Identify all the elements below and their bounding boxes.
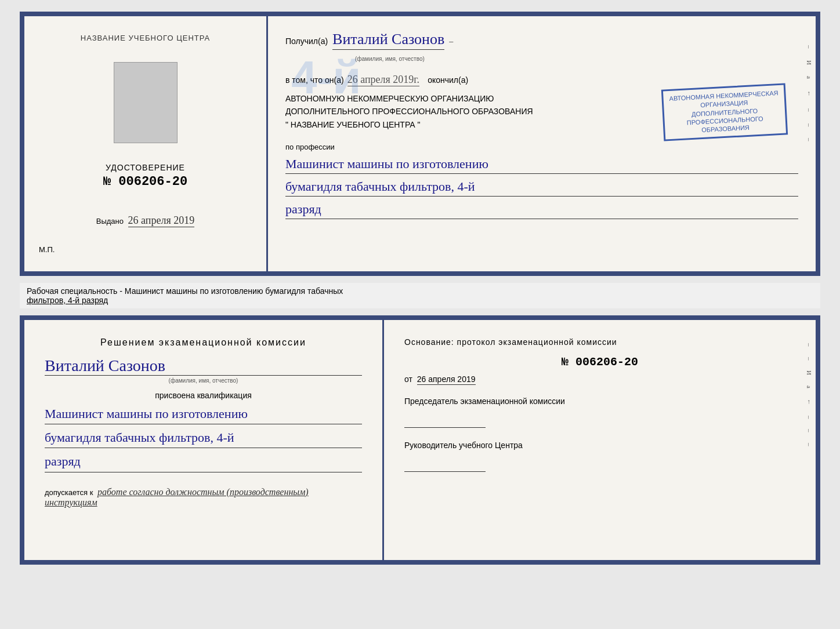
dopuskaetsya-label: допускается к	[45, 488, 93, 497]
b-edge-4: а	[806, 386, 813, 388]
bottom-prof3: разряд	[45, 451, 362, 472]
dash1: –	[449, 37, 453, 46]
b-edge-6: –	[806, 416, 813, 419]
bottom-prof1: Машинист машины по изготовлению	[45, 403, 362, 424]
vydano-line: Выдано 26 апреля 2019	[96, 214, 195, 227]
stamp-line: АВТОНОМНАЯ НЕКОММЕРЧЕСКАЯОРГАНИЗАЦИЯДОПО…	[669, 89, 780, 136]
resheniem-title: Решением экзаменационной комиссии	[45, 337, 362, 348]
predsedatel-signature	[404, 416, 486, 428]
bottom-prof2: бумагидля табачных фильтров, 4-й	[45, 427, 362, 448]
b-edge-3: И	[806, 370, 813, 375]
bottom-right-edge-marks: – – И а ← – – –	[806, 343, 816, 446]
po-professii-label: по профессии	[285, 143, 798, 151]
b-edge-2: –	[806, 357, 813, 361]
center-title: НАЗВАНИЕ УЧЕБНОГО ЦЕНТРА	[81, 34, 210, 42]
name-sub-caption: (фамилия, имя, отчество)	[285, 53, 798, 63]
edge-mark-6: –	[806, 123, 813, 127]
photo-placeholder	[114, 62, 178, 143]
recipient-line: Получил(а) Виталий Сазонов –	[285, 31, 798, 50]
okonchil-label: окончил(а)	[428, 75, 468, 85]
mp-label: М.П.	[39, 245, 55, 254]
rukovoditel-title: Руководитель учебного Центра	[404, 439, 795, 452]
bottom-name-caption: (фамилия, имя, отчество)	[45, 377, 362, 384]
right-edge-marks: – И а ← – – –	[806, 45, 816, 141]
predsedatel-title: Председатель экзаменационной комиссии	[404, 395, 795, 408]
top-doc-left: НАЗВАНИЕ УЧЕБНОГО ЦЕНТРА УДОСТОВЕРЕНИЕ №…	[24, 16, 268, 271]
b-edge-1: –	[806, 343, 813, 347]
edge-mark-3: а	[806, 76, 813, 79]
label-bar: Рабочая специальность - Машинист машины …	[20, 283, 820, 308]
recipient-name: Виталий Сазонов	[332, 31, 444, 50]
profession-line3: разряд	[285, 199, 798, 219]
ot-date: 26 апреля 2019	[417, 375, 476, 385]
rukovoditel-signature	[404, 460, 486, 472]
udostoverenie-block: УДОСТОВЕРЕНИЕ № 006206-20	[103, 163, 187, 189]
bottom-doc-right: Основание: протокол экзаменационной коми…	[384, 320, 816, 560]
ot-line: от 26 апреля 2019	[404, 375, 795, 384]
b-edge-8: –	[806, 443, 813, 446]
poluchil-label: Получил(а)	[285, 37, 328, 46]
vtom-line: в том, что он(а) 26 апреля 2019г. окончи…	[285, 74, 798, 86]
predsedatel-block: Председатель экзаменационной комиссии	[404, 395, 795, 428]
top-doc-right: Получил(а) Виталий Сазонов – (фамилия, и…	[268, 16, 816, 271]
vydano-label: Выдано	[96, 217, 124, 226]
protocol-number: № 006206-20	[404, 355, 795, 369]
top-document: НАЗВАНИЕ УЧЕБНОГО ЦЕНТРА УДОСТОВЕРЕНИЕ №…	[20, 12, 820, 276]
stamp-box: АВТОНОМНАЯ НЕКОММЕРЧЕСКАЯОРГАНИЗАЦИЯДОПО…	[661, 83, 788, 141]
name-subcaption: (фамилия, имя, отчество)	[355, 56, 425, 62]
edge-mark-4: ←	[806, 90, 813, 97]
bottom-document: Решением экзаменационной комиссии Витали…	[20, 315, 820, 565]
rukovoditel-block: Руководитель учебного Центра	[404, 439, 795, 472]
label-bar-text: Рабочая специальность - Машинист машины …	[27, 286, 343, 296]
edge-mark-5: –	[806, 108, 813, 112]
profession-line1: Машинист машины по изготовлению	[285, 154, 798, 174]
dopuskaetsya-line: допускается к работе согласно должностны…	[45, 487, 362, 508]
edge-mark-7: –	[806, 138, 813, 141]
bottom-doc-left: Решением экзаменационной комиссии Витали…	[24, 320, 384, 560]
b-edge-5: ←	[806, 399, 813, 405]
bottom-name: Виталий Сазонов	[45, 357, 362, 376]
org-block: АВТОНОМНУЮ НЕКОММЕРЧЕСКУЮ ОРГАНИЗАЦИЮ ДО…	[285, 92, 798, 131]
label-bar-underline: фильтров, 4-й разряд	[27, 296, 108, 305]
udostoverenie-title: УДОСТОВЕРЕНИЕ	[103, 163, 187, 172]
vydano-date: 26 апреля 2019	[128, 214, 195, 227]
edge-mark-2: И	[806, 60, 813, 65]
prisvoena-label: присвоена квалификация	[45, 391, 362, 400]
profession-line2: бумагидля табачных фильтров, 4-й	[285, 177, 798, 197]
edge-mark-1: –	[806, 45, 813, 49]
b-edge-7: –	[806, 429, 813, 432]
udostoverenie-number: № 006206-20	[103, 174, 187, 189]
ot-label: от	[404, 375, 412, 384]
osnovanie-title: Основание: протокол экзаменационной коми…	[404, 337, 795, 347]
